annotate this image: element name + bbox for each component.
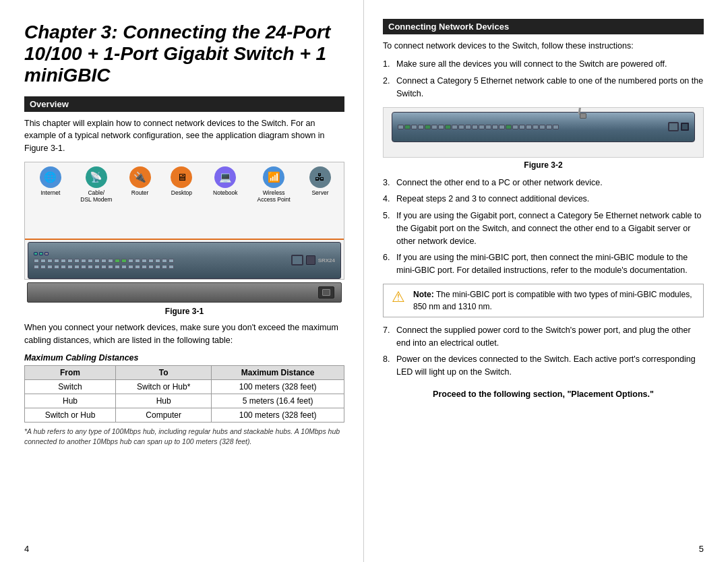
step-7: 7. Connect the supplied power cord to th… bbox=[383, 324, 704, 350]
warning-icon: ⚠ bbox=[389, 288, 408, 306]
right-column: Connecting Network Devices To connect ne… bbox=[364, 0, 728, 562]
figure-1-diagram: 🌐 Internet 📡 Cable/DSL Modem 🔌 Router 🖥 … bbox=[24, 162, 344, 280]
col-max-distance: Maximum Distance bbox=[212, 366, 344, 380]
col-to: To bbox=[116, 366, 212, 380]
device-internet: 🌐 Internet bbox=[34, 166, 67, 203]
note-text: Note: The mini-GBIC port is compatible w… bbox=[413, 288, 698, 313]
page-number-right: 5 bbox=[699, 544, 704, 554]
figure-2-image bbox=[383, 107, 704, 158]
col-from: From bbox=[25, 366, 116, 380]
cell-to-1: Switch or Hub* bbox=[116, 380, 212, 394]
step-1: 1. Make sure all the devices you will co… bbox=[383, 58, 704, 71]
overview-text: This chapter will explain how to connect… bbox=[24, 117, 344, 155]
between-figures-text: When you connect your network devices, m… bbox=[24, 321, 344, 347]
page: Chapter 3: Connecting the 24-Port 10/100… bbox=[0, 0, 728, 562]
table-note: *A hub refers to any type of 100Mbps hub… bbox=[24, 427, 344, 446]
table-row: Switch or Hub Computer 100 meters (328 f… bbox=[25, 408, 344, 423]
figure-2-container: Figure 3-2 bbox=[383, 107, 704, 170]
overview-header: Overview bbox=[24, 96, 344, 112]
step-3: 3. Connect the other end to a PC or othe… bbox=[383, 177, 704, 189]
cell-from-2: Hub bbox=[25, 394, 116, 408]
device-notebook: 💻 Notebook bbox=[208, 166, 242, 203]
step-6: 6. If you are using the mini-GBIC port, … bbox=[383, 251, 704, 277]
figure1-caption: Figure 3-1 bbox=[24, 307, 344, 316]
device-router: 🔌 Router bbox=[125, 166, 155, 203]
device-desktop: 🖥 Desktop bbox=[166, 166, 196, 203]
table-row: Hub Hub 5 meters (16.4 feet) bbox=[25, 394, 344, 408]
table-title: Maximum Cabling Distances bbox=[24, 353, 344, 363]
step-2: 2. Connect a Category 5 Ethernet network… bbox=[383, 75, 704, 100]
cell-to-2: Hub bbox=[116, 394, 212, 408]
step-5: 5. If you are using the Gigabit port, co… bbox=[383, 210, 704, 247]
connecting-header: Connecting Network Devices bbox=[383, 19, 704, 34]
device-ap: 📶 WirelessAccess Point bbox=[254, 166, 293, 203]
device-server: 🖧 Server bbox=[305, 166, 335, 203]
device-modem: 📡 Cable/DSL Modem bbox=[80, 166, 113, 203]
cell-from-1: Switch bbox=[25, 380, 116, 394]
step-8: 8. Power on the devices connected to the… bbox=[383, 353, 704, 379]
switch-bar: SRX24 bbox=[28, 242, 341, 279]
cell-dist-2: 5 meters (16.4 feet) bbox=[212, 394, 344, 408]
second-switch bbox=[27, 282, 342, 303]
step-4: 4. Repeat steps 2 and 3 to connect addit… bbox=[383, 193, 704, 206]
cell-dist-3: 100 meters (328 feet) bbox=[212, 408, 344, 423]
switch-image bbox=[392, 112, 695, 142]
final-instruction: Proceed to the following section, "Place… bbox=[383, 389, 704, 399]
cabling-table: From To Maximum Distance Switch Switch o… bbox=[24, 365, 344, 423]
figure2-caption: Figure 3-2 bbox=[383, 160, 704, 170]
left-column: Chapter 3: Connecting the 24-Port 10/100… bbox=[0, 0, 364, 562]
table-row: Switch Switch or Hub* 100 meters (328 fe… bbox=[25, 380, 344, 394]
chapter-title: Chapter 3: Connecting the 24-Port 10/100… bbox=[24, 22, 344, 87]
cell-to-3: Computer bbox=[116, 408, 212, 423]
page-number-left: 4 bbox=[24, 544, 29, 554]
note-box: ⚠ Note: The mini-GBIC port is compatible… bbox=[383, 284, 704, 317]
intro-text: To connect network devices to the Switch… bbox=[383, 40, 704, 53]
cell-from-3: Switch or Hub bbox=[25, 408, 116, 423]
cell-dist-1: 100 meters (328 feet) bbox=[212, 380, 344, 394]
